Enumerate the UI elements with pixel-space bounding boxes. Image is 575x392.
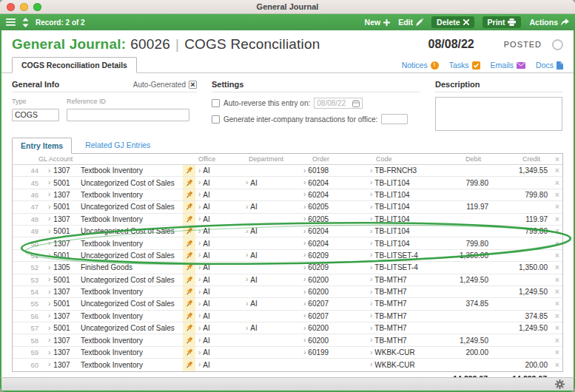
delete-row-icon[interactable]: ×	[551, 312, 564, 320]
delete-row-icon[interactable]: ×	[551, 203, 564, 211]
department-cell[interactable]: › AI	[243, 179, 300, 187]
office-cell[interactable]: › AI	[195, 300, 243, 308]
department-cell[interactable]: ›	[243, 288, 300, 296]
type-field[interactable]	[12, 109, 59, 121]
office-cell[interactable]: › AI	[195, 191, 243, 199]
code-cell[interactable]: › TB-MTH7	[367, 288, 438, 296]
debit-cell[interactable]: 200.00	[438, 348, 491, 356]
gl-account-cell[interactable]: › 1305	[44, 263, 79, 271]
order-cell[interactable]: › 60205	[300, 215, 367, 223]
code-cell[interactable]: › TB-LIT104	[367, 203, 438, 211]
gl-account-cell[interactable]: › 5001	[44, 203, 79, 211]
delete-row-icon[interactable]: ×	[551, 361, 564, 369]
pin-cell[interactable]	[183, 189, 195, 200]
credit-cell[interactable]: 1,350.00	[491, 263, 551, 271]
order-cell[interactable]: › 60204	[300, 240, 367, 248]
actions-button[interactable]: Actions	[529, 18, 569, 27]
pin-cell[interactable]	[183, 322, 195, 334]
delete-row-icon[interactable]: ×	[551, 263, 564, 271]
order-cell[interactable]: › 60207	[300, 300, 367, 308]
office-cell[interactable]: › AI	[195, 288, 243, 296]
debit-cell[interactable]: 799.80	[438, 240, 491, 248]
delete-row-icon[interactable]: ×	[551, 337, 564, 345]
department-cell[interactable]: › AI	[243, 203, 300, 211]
code-cell[interactable]: › TB-MTH7	[367, 276, 438, 284]
order-cell[interactable]: › 60198	[300, 166, 367, 175]
order-cell[interactable]: › 60200	[300, 324, 367, 332]
department-cell[interactable]: ›	[243, 240, 300, 247]
credit-cell[interactable]: 119.97	[491, 215, 551, 223]
pin-cell[interactable]	[183, 201, 195, 212]
minimize-button[interactable]	[20, 3, 28, 11]
intercompany-office-field[interactable]	[381, 114, 408, 124]
code-cell[interactable]: › TB-LIT104	[367, 191, 438, 199]
order-cell[interactable]: › 60207	[300, 312, 367, 320]
edit-button[interactable]: Edit	[398, 18, 423, 27]
debit-cell[interactable]: 1,350.00	[438, 251, 491, 260]
delete-row-icon[interactable]: ×	[551, 348, 564, 356]
menu-icon[interactable]	[6, 18, 16, 26]
office-cell[interactable]: › AI	[195, 312, 243, 320]
department-cell[interactable]: › AI	[243, 300, 300, 308]
gl-account-cell[interactable]: › 5001	[44, 300, 79, 308]
delete-row-icon[interactable]: ×	[551, 300, 564, 308]
department-cell[interactable]: ›	[243, 167, 300, 175]
print-button[interactable]: Print	[482, 16, 522, 28]
clear-all-icon[interactable]: ×	[551, 155, 564, 163]
tab-entry-items[interactable]: Entry Items	[12, 138, 72, 154]
order-cell[interactable]: › 60200	[300, 276, 367, 284]
tab-cogs-reconciliation-details[interactable]: COGS Reconciliation Details	[12, 57, 137, 73]
gl-account-cell[interactable]: › 1307	[44, 312, 79, 320]
pin-cell[interactable]	[183, 262, 195, 273]
order-cell[interactable]: › 60199	[300, 348, 367, 356]
office-cell[interactable]: › AI	[195, 227, 243, 235]
order-cell[interactable]: › 60200	[300, 288, 367, 296]
record-navigator-icon[interactable]	[22, 18, 29, 27]
order-cell[interactable]: › 60209	[300, 251, 367, 260]
settings-gear-icon[interactable]	[555, 379, 565, 389]
office-cell[interactable]: › AI	[195, 324, 243, 332]
office-cell[interactable]: › AI	[195, 276, 243, 284]
department-cell[interactable]: ›	[243, 337, 300, 344]
order-cell[interactable]: › 60209	[300, 263, 367, 271]
gl-account-cell[interactable]: › 1307	[44, 348, 79, 356]
tasks-link[interactable]: Tasks	[449, 61, 480, 70]
office-cell[interactable]: › AI	[195, 203, 243, 211]
pin-cell[interactable]	[183, 298, 195, 309]
department-cell[interactable]: › AI	[243, 276, 300, 284]
office-cell[interactable]: › AI	[195, 215, 243, 223]
debit-cell[interactable]: 119.97	[438, 203, 491, 211]
debit-cell[interactable]: 799.80	[438, 179, 491, 187]
delete-row-icon[interactable]: ×	[551, 227, 564, 235]
new-button[interactable]: New	[365, 18, 391, 27]
office-cell[interactable]: › AI	[195, 240, 243, 248]
code-cell[interactable]: › TB-LIT104	[367, 179, 438, 187]
code-cell[interactable]: › TB-MTH7	[367, 337, 438, 345]
pin-cell[interactable]	[183, 237, 195, 249]
department-cell[interactable]: ›	[243, 264, 300, 271]
reference-id-field[interactable]	[67, 109, 189, 121]
code-cell[interactable]: › TB-MTH7	[367, 324, 438, 332]
pin-cell[interactable]	[183, 165, 195, 176]
delete-row-icon[interactable]: ×	[551, 288, 564, 296]
code-cell[interactable]: › TB-LIT104	[367, 240, 438, 248]
credit-cell[interactable]: 1,249.50	[491, 288, 551, 296]
code-cell[interactable]: › TB-LITSET-4	[367, 263, 438, 271]
gl-account-cell[interactable]: › 5001	[44, 179, 79, 187]
notices-link[interactable]: Notices !	[402, 61, 439, 70]
gl-account-cell[interactable]: › 1307	[44, 337, 79, 345]
pin-cell[interactable]	[183, 274, 195, 285]
close-button[interactable]	[7, 3, 15, 11]
office-cell[interactable]: › AI	[195, 251, 243, 260]
order-cell[interactable]: › 60204	[300, 191, 367, 199]
delete-row-icon[interactable]: ×	[551, 166, 564, 175]
code-cell[interactable]: › TB-FRNCH3	[367, 166, 438, 175]
debit-cell[interactable]: 1,249.50	[438, 337, 491, 345]
pin-cell[interactable]	[183, 214, 195, 225]
office-cell[interactable]: › AI	[195, 348, 243, 356]
pin-cell[interactable]	[183, 226, 195, 237]
debit-cell[interactable]: 374.85	[438, 300, 491, 308]
code-cell[interactable]: › TB-LIT104	[367, 227, 438, 235]
order-cell[interactable]: › 60204	[300, 179, 367, 187]
delete-row-icon[interactable]: ×	[551, 179, 564, 187]
